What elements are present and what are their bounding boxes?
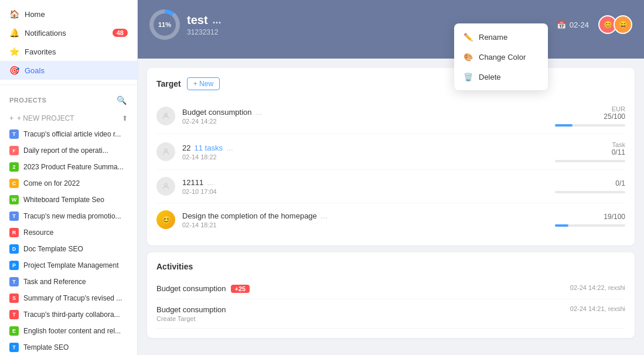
context-menu: ✏️ Rename 🎨 Change Color 🗑️ Delete <box>454 23 548 90</box>
target-info-t4: Design the completion of the homepage ..… <box>182 211 548 228</box>
sidebar: 🏠 Home 🔔 Notifications 48 ⭐ Favorites 🎯 … <box>0 0 138 355</box>
delete-icon: 🗑️ <box>464 72 473 81</box>
header-meta: 📅 02-24 😊 😄 <box>557 15 632 34</box>
target-dots-t2[interactable]: ... <box>226 143 233 152</box>
target-right-t2: Task 0/11 <box>555 141 625 162</box>
target-card-header: Target + New <box>156 77 625 90</box>
sidebar-item-goals[interactable]: 🎯 Goals <box>0 61 137 80</box>
activity-badge-a1: +25 <box>231 285 250 293</box>
target-progress-fill-t4 <box>555 224 568 227</box>
target-right-t3: 0/1 <box>555 179 625 193</box>
project-dot-p2: F <box>9 146 19 155</box>
avatars: 😊 😄 <box>598 15 632 34</box>
nav-label-goals: Goals <box>25 66 128 75</box>
project-item-p9[interactable]: P Project Template Management <box>0 257 137 274</box>
project-item-p2[interactable]: F Daily report of the operati... <box>0 142 137 159</box>
project-item-p13[interactable]: E English footer content and rel... <box>0 323 137 339</box>
project-name-p8: Doc Template SEO <box>23 245 83 253</box>
header-area: 11% test ... 31232312 📅 02-24 😊 😄 <box>138 0 644 59</box>
activity-left-a1: Budget consumption +25 <box>156 284 250 293</box>
target-right-t4: 19/100 <box>555 213 625 227</box>
sidebar-item-notifications[interactable]: 🔔 Notifications 48 <box>0 23 137 42</box>
sidebar-item-favorites[interactable]: ⭐ Favorites <box>0 42 137 61</box>
activity-left-a2: Budget consumption Create Target <box>156 305 226 322</box>
projects-section: PROJECTS 🔍 + + NEW PROJECT ⬆ T Tracup's … <box>0 85 137 355</box>
target-progress-bar-t1 <box>555 124 625 127</box>
target-name-wrapper-t4: Design the completion of the homepage ..… <box>182 211 548 220</box>
project-dot-p5: W <box>9 195 19 204</box>
project-name-p5: Whiteboard Template Seo <box>23 196 104 204</box>
target-info-t1: Budget consumption ... 02-24 14:22 <box>182 107 548 125</box>
project-item-p1[interactable]: T Tracup's official article video r... <box>0 126 137 142</box>
svg-point-1 <box>165 149 168 152</box>
target-date-t1: 02-24 14:22 <box>182 118 548 125</box>
project-name-p9: Project Template Management <box>23 261 119 269</box>
context-menu-item-delete[interactable]: 🗑️ Delete <box>454 67 548 87</box>
search-projects-button[interactable]: 🔍 <box>115 94 128 106</box>
context-menu-item-change-color[interactable]: 🎨 Change Color <box>454 47 548 67</box>
target-item-t2: 22 11 tasks ... 02-14 18:22 Task 0/11 <box>156 134 625 170</box>
project-dot-p12: T <box>9 310 19 319</box>
project-item-p3[interactable]: 2 2023 Product Feature Summa... <box>0 159 137 175</box>
plus-icon: + <box>9 114 13 122</box>
target-date-t3: 02-10 17:04 <box>182 188 548 195</box>
target-progress-text-t3: 0/1 <box>555 179 625 187</box>
context-menu-item-rename[interactable]: ✏️ Rename <box>454 27 548 47</box>
target-dots-t4[interactable]: ... <box>321 211 328 220</box>
new-project-label: + NEW PROJECT <box>17 114 74 122</box>
target-name-t4: Design the completion of the homepage <box>182 211 317 220</box>
project-name-p3: 2023 Product Feature Summa... <box>23 163 124 171</box>
project-item-p14[interactable]: T Template SEO <box>0 339 137 355</box>
activity-item-a1: Budget consumption +25 02-24 14:22, rexs… <box>156 278 625 299</box>
project-name-p4: Come on for 2022 <box>23 179 80 187</box>
target-progress-text-t2: 0/11 <box>555 148 625 156</box>
nav-label-home: Home <box>25 10 128 19</box>
project-item-p8[interactable]: D Doc Template SEO <box>0 241 137 257</box>
project-item-p12[interactable]: T Tracup's third-party collabora... <box>0 306 137 323</box>
project-item-p7[interactable]: R Resource <box>0 224 137 241</box>
project-name-p7: Resource <box>23 228 53 237</box>
target-progress-bar-t4 <box>555 224 625 227</box>
favorites-icon: ⭐ <box>9 47 19 56</box>
progress-percent: 11% <box>154 13 176 36</box>
header-date: 02-24 <box>570 21 589 29</box>
target-dots-t1[interactable]: ... <box>255 107 263 117</box>
avatar-2: 😄 <box>614 15 632 34</box>
context-item-label-rename: Rename <box>479 33 507 42</box>
project-name-p12: Tracup's third-party collabora... <box>23 310 120 319</box>
project-name-p1: Tracup's official article video r... <box>23 130 121 138</box>
context-item-label-delete: Delete <box>479 73 501 81</box>
notification-badge: 48 <box>113 29 128 37</box>
target-name-wrapper-t1: Budget consumption ... <box>182 107 548 117</box>
new-target-button[interactable]: + New <box>187 77 220 90</box>
target-list: Budget consumption ... 02-24 14:22 EUR 2… <box>156 98 625 236</box>
project-name-p6: Tracup's new media promotio... <box>23 212 121 220</box>
project-item-p4[interactable]: C Come on for 2022 <box>0 175 137 192</box>
target-avatar-t3 <box>156 177 175 196</box>
main-content: 11% test ... 31232312 📅 02-24 😊 😄 <box>138 0 644 355</box>
header-dots-menu[interactable]: ... <box>213 14 222 26</box>
project-item-p10[interactable]: T Task and Reference <box>0 274 137 290</box>
target-tasks-link-t2[interactable]: 11 tasks <box>194 144 222 152</box>
project-item-p5[interactable]: W Whiteboard Template Seo <box>0 192 137 208</box>
target-item-t3: 12111 ... 02-10 17:04 0/1 <box>156 170 625 203</box>
project-dot-p10: T <box>9 277 19 286</box>
project-name-p14: Template SEO <box>23 343 69 351</box>
content-area: Target + New Budget consumption ... 02-2… <box>138 59 644 355</box>
new-project-button[interactable]: + + NEW PROJECT ⬆ <box>0 111 137 126</box>
activity-date-a2: 02-24 14:21, <box>570 305 606 312</box>
target-avatar-t4: 😊 <box>156 210 175 229</box>
svg-point-2 <box>165 183 168 186</box>
target-dots-t3[interactable]: ... <box>207 178 214 187</box>
target-unit-t2: Task <box>555 141 625 148</box>
project-dot-p6: T <box>9 211 19 221</box>
home-icon: 🏠 <box>9 9 19 19</box>
activities-title: Activities <box>156 262 625 271</box>
project-item-p11[interactable]: S Summary of Tracup's revised ... <box>0 290 137 306</box>
sidebar-item-home[interactable]: 🏠 Home <box>0 5 137 23</box>
target-date-t2: 02-14 18:22 <box>182 153 548 161</box>
project-dot-p9: P <box>9 261 19 270</box>
activity-date-a1: 02-24 14:22, <box>570 284 606 291</box>
project-item-p6[interactable]: T Tracup's new media promotio... <box>0 208 137 224</box>
target-name-t1: Budget consumption <box>182 108 252 117</box>
